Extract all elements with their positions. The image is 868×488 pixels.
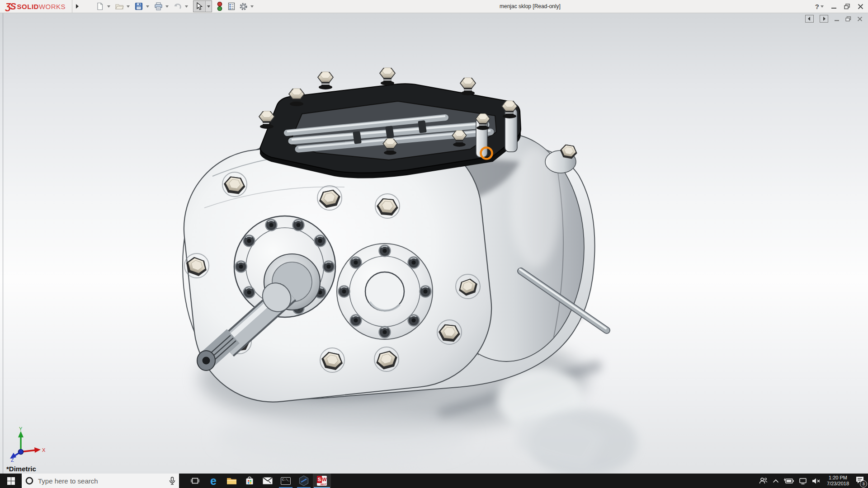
quick-access-toolbar — [94, 0, 257, 13]
chevron-down-icon[interactable] — [249, 1, 255, 12]
start-button[interactable] — [0, 474, 22, 488]
doc-close-button[interactable] — [857, 16, 863, 22]
new-document-icon — [96, 2, 104, 10]
tray-expand-chevron-icon[interactable] — [773, 479, 779, 483]
solidworks-app-icon: SW 2017 — [317, 476, 327, 486]
file-properties-icon — [227, 2, 236, 10]
pane-collapse-left-button[interactable] — [805, 15, 814, 23]
sw-icon-w: W — [322, 476, 327, 483]
chevron-down-icon[interactable] — [106, 1, 112, 12]
microphone-icon[interactable] — [169, 477, 175, 485]
system-tray: 1:20 PM 7/23/2018 3 — [759, 474, 868, 488]
select-tool-button[interactable] — [193, 1, 205, 12]
triad-x-label: X — [42, 447, 46, 453]
taskbar-store-button[interactable] — [241, 474, 259, 488]
print-button[interactable] — [152, 1, 164, 12]
edge-icon: e — [210, 475, 217, 487]
solidworks-logo-solid: SOLID — [17, 3, 39, 10]
taskbar-clock[interactable]: 1:20 PM 7/23/2018 — [826, 475, 850, 487]
gear-icon — [239, 2, 248, 11]
gearbox-3d-model[interactable] — [0, 13, 868, 474]
windows-logo-icon — [7, 477, 15, 485]
cortana-icon — [25, 477, 33, 485]
save-floppy-icon — [135, 2, 143, 10]
undo-button[interactable] — [172, 1, 184, 12]
search-input[interactable] — [37, 477, 165, 485]
orientation-triad: Y X Z — [5, 427, 47, 462]
action-center-button[interactable]: 3 — [855, 476, 864, 486]
hexagon-app-icon — [299, 475, 309, 486]
help-label: ? — [815, 3, 819, 10]
open-folder-icon — [115, 3, 124, 10]
graphics-viewport[interactable]: Y X Z *Dimetric — [0, 13, 868, 474]
help-button[interactable]: ? — [815, 3, 824, 10]
secondary-flange[interactable] — [337, 244, 433, 339]
file-properties-button[interactable] — [226, 1, 237, 12]
chevron-down-icon[interactable] — [145, 1, 151, 12]
doc-restore-button[interactable] — [845, 16, 851, 22]
triad-y-label: Y — [19, 427, 23, 432]
document-title: menjac sklop [Read-only] — [500, 0, 561, 13]
taskbar-hexagon-app-button[interactable] — [295, 474, 313, 488]
menu-flyout-arrow-icon[interactable] — [73, 1, 81, 11]
taskbar-command-prompt-button[interactable]: C:\_ — [277, 474, 295, 488]
minimize-button[interactable] — [831, 4, 837, 9]
command-prompt-icon: C:\_ — [281, 477, 291, 485]
window-controls: ? — [815, 0, 863, 13]
divider — [72, 0, 72, 13]
network-icon[interactable] — [799, 478, 807, 484]
chevron-down-icon — [821, 5, 824, 8]
taskbar-search-box[interactable] — [22, 474, 179, 488]
select-cursor-icon — [196, 2, 203, 10]
solidworks-logo-mark: ƷS — [5, 1, 15, 12]
chevron-down-icon[interactable] — [125, 1, 131, 12]
rebuild-traffic-light-icon — [217, 2, 222, 11]
save-button[interactable] — [133, 1, 145, 12]
sw-icon-s: S — [317, 476, 322, 483]
rebuild-button[interactable] — [214, 1, 226, 12]
doc-minimize-button[interactable] — [834, 16, 840, 22]
open-button[interactable] — [113, 1, 125, 12]
taskbar-mail-button[interactable] — [259, 474, 277, 488]
options-button[interactable] — [237, 1, 249, 12]
volume-muted-icon[interactable] — [812, 478, 821, 484]
chevron-down-icon[interactable] — [164, 1, 170, 12]
battery-icon[interactable] — [784, 478, 794, 484]
chevron-down-icon[interactable] — [184, 1, 189, 12]
microsoft-store-icon — [245, 476, 254, 485]
document-window-controls — [805, 15, 863, 23]
sw-icon-year: 2017 — [317, 483, 327, 486]
printer-icon — [154, 2, 163, 10]
view-orientation-label: *Dimetric — [6, 465, 36, 473]
select-tool-group — [193, 0, 212, 12]
solidworks-logo: ƷS SOLID WORKS — [0, 0, 70, 13]
taskbar-file-explorer-button[interactable] — [222, 474, 241, 488]
close-button[interactable] — [858, 4, 863, 9]
task-view-button[interactable] — [185, 474, 204, 488]
clock-date: 7/23/2018 — [827, 481, 849, 487]
solidworks-logo-works: WORKS — [39, 3, 66, 10]
triad-z-label: Z — [11, 457, 14, 462]
restore-button[interactable] — [844, 4, 850, 9]
taskbar-solidworks-button[interactable]: SW 2017 — [313, 474, 331, 488]
notification-badge: 3 — [860, 480, 867, 488]
taskbar-edge-button[interactable]: e — [204, 474, 222, 488]
pane-expand-right-button[interactable] — [820, 15, 828, 23]
file-explorer-icon — [226, 477, 237, 485]
chevron-down-icon[interactable] — [205, 1, 212, 12]
windows-taskbar: e C:\_ SW — [0, 474, 868, 488]
undo-arrow-icon — [173, 3, 182, 10]
clock-time: 1:20 PM — [827, 475, 849, 481]
people-icon[interactable] — [759, 477, 768, 484]
title-bar: ƷS SOLID WORKS — [0, 0, 868, 13]
mail-icon — [263, 477, 273, 484]
new-document-button[interactable] — [94, 1, 106, 12]
task-view-icon — [191, 477, 199, 484]
